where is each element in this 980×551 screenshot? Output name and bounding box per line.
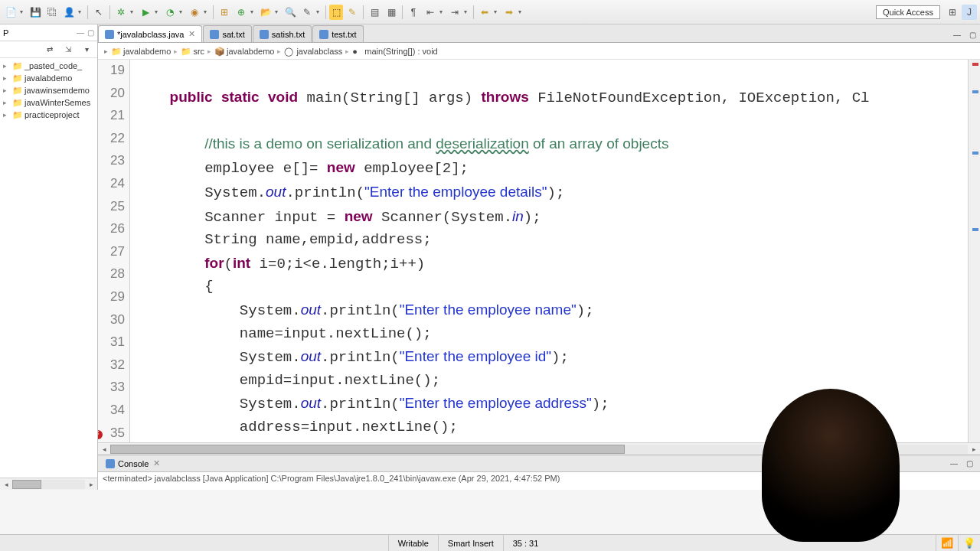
status-insert-mode: Smart Insert xyxy=(438,535,503,551)
dropdown-icon[interactable]: ▾ xyxy=(275,8,281,15)
file-icon xyxy=(260,30,269,39)
nav-next-icon[interactable]: ⇥ xyxy=(447,5,462,20)
quick-access-box[interactable]: Quick Access xyxy=(876,5,940,19)
tab-label: sat.txt xyxy=(222,30,244,39)
view-menu-icon[interactable]: ▾ xyxy=(79,42,94,57)
editor-tab[interactable]: test.txt xyxy=(312,25,363,42)
line-gutter[interactable]: 1920212223242526272829303132333435 xyxy=(98,60,130,442)
breadcrumb[interactable]: ▸ 📁javalabdemo▸📁src▸📦javalabdemo▸◯javala… xyxy=(98,43,980,60)
main-toolbar: 📄▾ 💾 ⿻ 👤▾ ↖ ✲▾ ▶▾ ◔▾ ◉▾ ⊞ ⊕▾ 📂▾ 🔍 ✎▾ ⬚ ✎… xyxy=(0,0,980,24)
breadcrumb-item[interactable]: javalabdemo xyxy=(227,47,274,56)
maximize-icon[interactable]: ▢ xyxy=(87,28,94,37)
dropdown-icon[interactable]: ▾ xyxy=(439,8,446,15)
overview-ruler[interactable] xyxy=(968,60,980,442)
hscroll-track[interactable] xyxy=(12,480,85,489)
dropdown-icon[interactable]: ▾ xyxy=(464,8,470,15)
avatar-icon[interactable]: 👤 xyxy=(61,5,77,20)
back-icon[interactable]: ⬅ xyxy=(477,5,492,20)
file-icon xyxy=(105,30,114,39)
run-ext-icon[interactable]: ◉ xyxy=(187,5,202,20)
chevron-right-icon: ▸ xyxy=(207,47,211,55)
coverage-icon[interactable]: ◔ xyxy=(162,5,178,20)
scroll-left-icon[interactable]: ◂ xyxy=(98,445,110,453)
console-icon xyxy=(106,459,115,468)
status-writable: Writable xyxy=(388,535,438,551)
tip-icon[interactable]: 💡 xyxy=(963,537,975,549)
console-tab-label: Console xyxy=(118,459,149,468)
open-type-icon[interactable]: 📂 xyxy=(258,5,273,20)
block-sel-icon[interactable]: ▤ xyxy=(367,5,382,20)
save-all-icon[interactable]: ⿻ xyxy=(44,5,60,20)
run-icon[interactable]: ▶ xyxy=(138,5,153,20)
feed-icon[interactable]: 📶 xyxy=(941,537,953,549)
collapse-all-icon[interactable]: ⇄ xyxy=(42,42,57,57)
wand-icon[interactable]: ✎ xyxy=(299,5,315,20)
bc-item-icon: ● xyxy=(352,47,361,56)
tab-label: test.txt xyxy=(332,30,356,39)
chevron-right-icon: ▸ xyxy=(174,47,178,55)
scroll-left-icon[interactable]: ◂ xyxy=(0,481,12,488)
forward-icon[interactable]: ➡ xyxy=(501,5,517,20)
close-icon[interactable]: ✕ xyxy=(188,29,195,39)
show-ws-icon[interactable]: ▦ xyxy=(384,5,399,20)
minimize-editor-icon[interactable]: — xyxy=(949,27,965,42)
tab-label: satish.txt xyxy=(272,30,305,39)
dropdown-icon[interactable]: ▾ xyxy=(316,8,322,15)
toggle-mark-icon[interactable]: ⬚ xyxy=(329,5,343,20)
explorer-label: P xyxy=(3,28,8,37)
breadcrumb-item[interactable]: javalabclass xyxy=(296,47,342,56)
breadcrumb-item[interactable]: src xyxy=(193,47,204,56)
project-item[interactable]: ▸📁javalabdemo xyxy=(0,72,97,84)
project-item[interactable]: ▸📁javawinsemdemo xyxy=(0,84,97,96)
close-icon[interactable]: ✕ xyxy=(153,458,160,468)
project-item[interactable]: ▸📁_pasted_code_ xyxy=(0,60,97,72)
pilcrow-icon[interactable]: ¶ xyxy=(406,5,421,20)
chevron-right-icon: ▸ xyxy=(345,47,349,55)
maximize-editor-icon[interactable]: ▢ xyxy=(965,27,980,42)
minimize-icon[interactable]: — xyxy=(77,28,84,37)
editor-tabs: *javalabclass.java✕sat.txtsatish.txttest… xyxy=(98,24,980,43)
java-perspective-icon[interactable]: J xyxy=(962,5,977,20)
scroll-right-icon[interactable]: ▸ xyxy=(968,445,980,453)
dropdown-icon[interactable]: ▾ xyxy=(250,8,256,15)
editor-tab[interactable]: sat.txt xyxy=(203,25,251,42)
file-icon xyxy=(319,30,328,39)
minimize-console-icon[interactable]: — xyxy=(946,456,962,471)
bc-item-icon: 📦 xyxy=(214,47,224,56)
chevron-right-icon: ▸ xyxy=(277,47,281,55)
dropdown-icon[interactable]: ▾ xyxy=(518,8,524,15)
project-item[interactable]: ▸📁practiceproject xyxy=(0,109,97,121)
dropdown-icon[interactable]: ▾ xyxy=(130,8,136,15)
search-icon[interactable]: 🔍 xyxy=(283,5,298,20)
dropdown-icon[interactable]: ▾ xyxy=(494,8,500,15)
editor-tab[interactable]: satish.txt xyxy=(253,25,312,42)
open-perspective-icon[interactable]: ⊞ xyxy=(945,5,960,20)
code-editor[interactable]: public static void main(String[] args) t… xyxy=(130,60,968,442)
new-class-icon[interactable]: ⊕ xyxy=(234,5,249,20)
nav-prev-icon[interactable]: ⇤ xyxy=(423,5,438,20)
dropdown-icon[interactable]: ▾ xyxy=(179,8,185,15)
maximize-console-icon[interactable]: ▢ xyxy=(962,456,977,471)
scroll-right-icon[interactable]: ▸ xyxy=(85,481,97,488)
dropdown-icon[interactable]: ▾ xyxy=(155,8,161,15)
status-cursor-pos: 35 : 31 xyxy=(503,535,548,551)
link-editor-icon[interactable]: ⇲ xyxy=(60,42,76,57)
new-package-icon[interactable]: ⊞ xyxy=(217,5,232,20)
debug-icon[interactable]: ✲ xyxy=(113,5,129,20)
webcam-overlay xyxy=(762,389,900,542)
console-tab[interactable]: Console ✕ xyxy=(101,458,165,468)
editor-tab[interactable]: *javalabclass.java✕ xyxy=(98,25,202,42)
highlight-icon[interactable]: ✎ xyxy=(345,5,360,20)
breadcrumb-item[interactable]: main(String[]) : void xyxy=(364,47,437,56)
project-item[interactable]: ▸📁javaWinterSemes xyxy=(0,96,97,109)
pointer-icon[interactable]: ↖ xyxy=(91,5,106,20)
dropdown-icon[interactable]: ▾ xyxy=(20,8,26,15)
save-icon[interactable]: 💾 xyxy=(28,5,43,20)
dropdown-icon[interactable]: ▾ xyxy=(204,8,210,15)
bc-item-icon: ◯ xyxy=(284,47,293,56)
breadcrumb-item[interactable]: javalabdemo xyxy=(123,47,171,56)
dropdown-icon[interactable]: ▾ xyxy=(78,8,84,15)
new-icon[interactable]: 📄 xyxy=(3,5,18,20)
bc-home-icon[interactable]: ▸ xyxy=(104,47,108,55)
error-marker-icon[interactable] xyxy=(98,430,103,439)
